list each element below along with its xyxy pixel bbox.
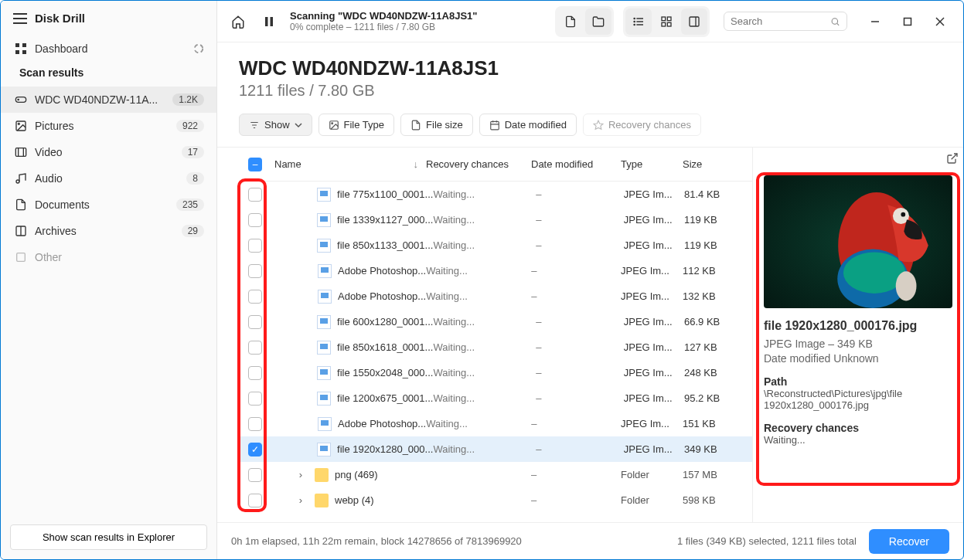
cell-size: 598 KB	[683, 494, 752, 506]
sidebar-item-other[interactable]: Other	[1, 244, 216, 270]
svg-point-23	[634, 24, 635, 25]
row-checkbox[interactable]	[248, 188, 262, 202]
row-checkbox[interactable]	[248, 264, 262, 278]
table-row[interactable]: Adobe Photoshop... Waiting... – JPEG Im.…	[239, 258, 752, 283]
svg-point-21	[634, 18, 635, 19]
window-minimize-button[interactable]	[860, 8, 891, 35]
row-checkbox[interactable]	[248, 494, 262, 507]
sidebar-item-audio[interactable]: Audio 8	[1, 165, 216, 192]
cell-date: –	[536, 188, 623, 200]
window-maximize-button[interactable]	[892, 8, 923, 35]
svg-rect-15	[17, 253, 26, 262]
table-row[interactable]: file 1550x2048_000... Waiting... – JPEG …	[239, 360, 752, 385]
table-row[interactable]: file 850x1618_0001... Waiting... – JPEG …	[239, 334, 752, 360]
file-button[interactable]	[557, 8, 584, 35]
scan-status: Scanning "WDC WD40NDZW-11A8JS1" 0% compl…	[290, 10, 478, 32]
table-row[interactable]: file 850x1133_0001... Waiting... – JPEG …	[239, 232, 752, 258]
table-row-folder[interactable]: › webp (4) – Folder 598 KB	[239, 487, 752, 513]
home-button[interactable]	[225, 8, 251, 35]
jpeg-file-icon	[317, 239, 331, 253]
table-row-folder[interactable]: › png (469) – Folder 157 MB	[239, 462, 752, 487]
open-external-icon[interactable]	[946, 152, 959, 165]
cell-recovery: Waiting...	[426, 418, 531, 429]
sidebar-item-doc[interactable]: Documents 235	[1, 192, 216, 218]
window-close-button[interactable]	[925, 8, 955, 35]
folder-button[interactable]	[585, 8, 611, 35]
column-type[interactable]: Type	[621, 158, 683, 170]
table-row[interactable]: file 600x1280_0001... Waiting... – JPEG …	[239, 309, 752, 334]
recovery-filter[interactable]: Recovery chances	[583, 114, 701, 136]
sidebar-item-archive[interactable]: Archives 29	[1, 218, 216, 244]
sidebar-item-dashboard[interactable]: Dashboard	[1, 36, 216, 62]
search-input[interactable]	[731, 15, 830, 27]
filter-icon	[249, 120, 260, 131]
chevron-right-icon[interactable]: ›	[296, 469, 305, 480]
row-checkbox[interactable]	[248, 341, 262, 355]
row-checkbox[interactable]	[248, 366, 262, 380]
cell-date: –	[536, 316, 623, 328]
svg-rect-28	[690, 17, 699, 26]
row-checkbox[interactable]	[248, 443, 262, 456]
datemod-filter[interactable]: Date modified	[479, 114, 577, 136]
chevron-right-icon[interactable]: ›	[296, 494, 305, 506]
search-box[interactable]	[724, 12, 847, 31]
cell-date: –	[536, 239, 623, 251]
cell-date: –	[536, 341, 623, 353]
row-checkbox[interactable]	[248, 290, 262, 304]
svg-rect-9	[15, 148, 26, 157]
column-date[interactable]: Date modified	[531, 158, 621, 170]
svg-rect-33	[904, 18, 911, 25]
cell-date: –	[531, 494, 621, 506]
sidebar-item-label: WDC WD40NDZW-11A...	[35, 93, 158, 106]
table-row[interactable]: Adobe Photoshop... Waiting... – JPEG Im.…	[239, 411, 752, 436]
cell-type: JPEG Im...	[621, 418, 683, 429]
sidebar-item-drive[interactable]: WDC WD40NDZW-11A... 1.2K	[1, 87, 216, 113]
row-checkbox[interactable]	[248, 468, 262, 482]
menu-icon[interactable]	[13, 13, 27, 24]
row-checkbox[interactable]	[248, 315, 262, 329]
search-icon	[830, 16, 840, 27]
cell-size: 127 KB	[684, 341, 752, 353]
select-all-checkbox[interactable]: –	[248, 158, 262, 171]
table-row[interactable]: file 1200x675_0001... Waiting... – JPEG …	[239, 385, 752, 411]
calendar-icon	[489, 120, 500, 131]
sidebar-item-video[interactable]: Video 17	[1, 139, 216, 165]
loading-spinner-icon	[193, 43, 204, 54]
column-name[interactable]: Name↓	[271, 158, 426, 170]
table-row[interactable]: file 1920x1280_000... Waiting... – JPEG …	[239, 436, 752, 462]
sidebar-item-label: Audio	[35, 172, 63, 185]
view-panel-button[interactable]	[681, 8, 707, 35]
view-list-button[interactable]	[625, 8, 652, 35]
audio-icon	[15, 172, 27, 185]
show-in-explorer-button[interactable]: Show scan results in Explorer	[10, 524, 207, 550]
cell-type: JPEG Im...	[621, 265, 683, 277]
folder-icon	[315, 494, 329, 507]
recover-button[interactable]: Recover	[869, 529, 949, 554]
main: Scanning "WDC WD40NDZW-11A8JS1" 0% compl…	[217, 1, 963, 559]
svg-rect-17	[271, 17, 274, 26]
show-filter[interactable]: Show	[239, 114, 312, 136]
row-checkbox[interactable]	[248, 213, 262, 227]
filesize-filter[interactable]: File size	[400, 114, 473, 136]
table-row[interactable]: Adobe Photoshop... Waiting... – JPEG Im.…	[239, 283, 752, 309]
footer: 0h 1m elapsed, 11h 22m remain, block 142…	[217, 522, 963, 559]
footer-status: 0h 1m elapsed, 11h 22m remain, block 142…	[231, 535, 522, 547]
jpeg-file-icon	[318, 417, 332, 431]
column-recovery[interactable]: Recovery chances	[426, 158, 531, 170]
sidebar-item-image[interactable]: Pictures 922	[1, 113, 216, 139]
table-row[interactable]: file 775x1100_0001... Waiting... – JPEG …	[239, 182, 752, 207]
filetype-filter[interactable]: File Type	[318, 114, 395, 136]
row-checkbox[interactable]	[248, 239, 262, 253]
table-row[interactable]: file 1339x1127_000... Waiting... – JPEG …	[239, 207, 752, 232]
view-grid-button[interactable]	[653, 8, 680, 35]
row-checkbox[interactable]	[248, 392, 262, 406]
file-icon	[410, 120, 421, 131]
cell-recovery: Waiting...	[433, 316, 536, 328]
pause-button[interactable]	[256, 8, 282, 35]
cell-date: –	[531, 290, 621, 302]
column-size[interactable]: Size	[683, 158, 752, 170]
sidebar-item-count: 1.2K	[172, 93, 204, 106]
cell-date: –	[531, 418, 621, 429]
row-checkbox[interactable]	[248, 417, 262, 431]
jpeg-file-icon	[318, 290, 332, 304]
